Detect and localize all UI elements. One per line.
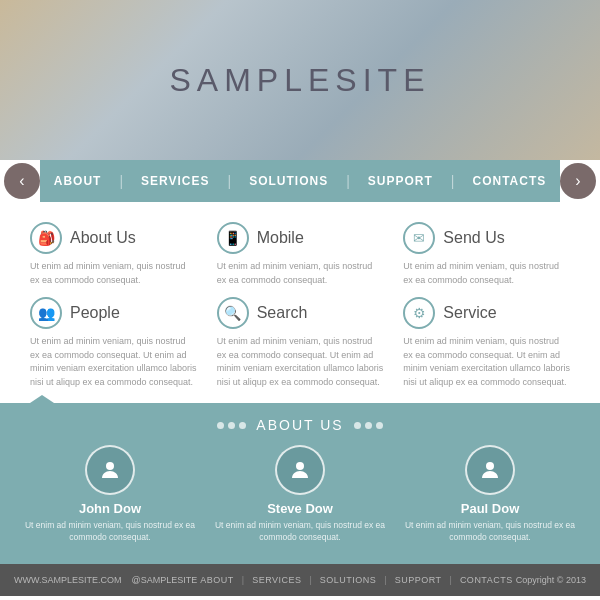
- person-1: Steve Dow Ut enim ad minim veniam, quis …: [210, 445, 390, 544]
- svg-point-0: [106, 462, 114, 470]
- content-title-1: Mobile: [257, 229, 304, 247]
- footer-nav-support[interactable]: SUPPORT: [395, 575, 442, 585]
- person-text-1: Ut enim ad minim veniam, quis nostrud ex…: [210, 520, 390, 544]
- footer-nav: ABOUT | SERVICES | SOLUTIONS | SUPPORT |…: [200, 575, 512, 585]
- nav-next-button[interactable]: ›: [560, 163, 596, 199]
- content-item-5: ⚙ Service Ut enim ad minim veniam, quis …: [403, 297, 570, 389]
- about-dots-right: [354, 422, 383, 429]
- person-name-2: Paul Dow: [461, 501, 520, 516]
- chevron-left-icon: ‹: [19, 172, 24, 190]
- nav-item-support[interactable]: SUPPORT: [350, 174, 451, 188]
- svg-point-1: [296, 462, 304, 470]
- content-text-5: Ut enim ad minim veniam, quis nostrud ex…: [403, 335, 570, 389]
- person-text-2: Ut enim ad minim veniam, quis nostrud ex…: [400, 520, 580, 544]
- gear-icon: ⚙: [403, 297, 435, 329]
- footer-nav-services[interactable]: SERVICES: [252, 575, 301, 585]
- content-text-4: Ut enim ad minim veniam, quis nostrud ex…: [217, 335, 384, 389]
- briefcase-icon: 🎒: [30, 222, 62, 254]
- chevron-right-icon: ›: [575, 172, 580, 190]
- footer-social: @SAMPLESITE: [132, 575, 198, 585]
- content-title-0: About Us: [70, 229, 136, 247]
- mail-icon: ✉: [403, 222, 435, 254]
- nav-wrapper: ‹ ABOUT | SERVICES | SOLUTIONS | SUPPORT…: [0, 160, 600, 202]
- person-0: John Dow Ut enim ad minim veniam, quis n…: [20, 445, 200, 544]
- content-text-0: Ut enim ad minim veniam, quis nostrud ex…: [30, 260, 197, 287]
- footer-nav-about[interactable]: ABOUT: [200, 575, 234, 585]
- dot-1: [217, 422, 224, 429]
- person-2: Paul Dow Ut enim ad minim veniam, quis n…: [400, 445, 580, 544]
- dot-5: [365, 422, 372, 429]
- search-icon: 🔍: [217, 297, 249, 329]
- hero-section: SAMPLESITE: [0, 0, 600, 160]
- content-item-1: 📱 Mobile Ut enim ad minim veniam, quis n…: [217, 222, 384, 287]
- content-grid: 🎒 About Us Ut enim ad minim veniam, quis…: [30, 222, 570, 389]
- content-item-2: ✉ Send Us Ut enim ad minim veniam, quis …: [403, 222, 570, 287]
- content-text-2: Ut enim ad minim veniam, quis nostrud ex…: [403, 260, 570, 287]
- content-title-5: Service: [443, 304, 496, 322]
- about-grid: John Dow Ut enim ad minim veniam, quis n…: [20, 445, 580, 544]
- nav-item-about[interactable]: ABOUT: [36, 174, 120, 188]
- avatar-1: [275, 445, 325, 495]
- nav-bar: ABOUT | SERVICES | SOLUTIONS | SUPPORT |…: [40, 160, 560, 202]
- footer-nav-contacts[interactable]: CONTACTS: [460, 575, 513, 585]
- svg-point-2: [486, 462, 494, 470]
- content-title-3: People: [70, 304, 120, 322]
- person-name-0: John Dow: [79, 501, 141, 516]
- about-header: About Us: [20, 417, 580, 433]
- dot-3: [239, 422, 246, 429]
- content-text-1: Ut enim ad minim veniam, quis nostrud ex…: [217, 260, 384, 287]
- content-title-4: Search: [257, 304, 308, 322]
- avatar-0: [85, 445, 135, 495]
- person-text-0: Ut enim ad minim veniam, quis nostrud ex…: [20, 520, 200, 544]
- nav-item-solutions[interactable]: SOLUTIONS: [231, 174, 346, 188]
- content-section: 🎒 About Us Ut enim ad minim veniam, quis…: [0, 202, 600, 399]
- footer-nav-solutions[interactable]: SOLUTIONS: [320, 575, 377, 585]
- content-text-3: Ut enim ad minim veniam, quis nostrud ex…: [30, 335, 197, 389]
- content-item-3: 👥 People Ut enim ad minim veniam, quis n…: [30, 297, 197, 389]
- about-dots-left: [217, 422, 246, 429]
- footer-left: WWW.SAMPLESITE.COM @SAMPLESITE: [14, 575, 197, 585]
- footer-copyright: Copyright © 2013: [516, 575, 586, 585]
- about-section: About Us John Dow Ut enim ad minim venia…: [0, 403, 600, 564]
- avatar-2: [465, 445, 515, 495]
- dot-4: [354, 422, 361, 429]
- content-item-0: 🎒 About Us Ut enim ad minim veniam, quis…: [30, 222, 197, 287]
- people-icon: 👥: [30, 297, 62, 329]
- content-title-2: Send Us: [443, 229, 504, 247]
- footer: WWW.SAMPLESITE.COM @SAMPLESITE ABOUT | S…: [0, 564, 600, 596]
- about-title: About Us: [256, 417, 343, 433]
- nav-item-services[interactable]: SERVICES: [123, 174, 227, 188]
- footer-url: WWW.SAMPLESITE.COM: [14, 575, 122, 585]
- nav-item-contacts[interactable]: CONTACTS: [454, 174, 564, 188]
- dot-6: [376, 422, 383, 429]
- content-item-4: 🔍 Search Ut enim ad minim veniam, quis n…: [217, 297, 384, 389]
- person-name-1: Steve Dow: [267, 501, 333, 516]
- site-title: SAMPLESITE: [170, 62, 431, 99]
- nav-prev-button[interactable]: ‹: [4, 163, 40, 199]
- dot-2: [228, 422, 235, 429]
- mobile-icon: 📱: [217, 222, 249, 254]
